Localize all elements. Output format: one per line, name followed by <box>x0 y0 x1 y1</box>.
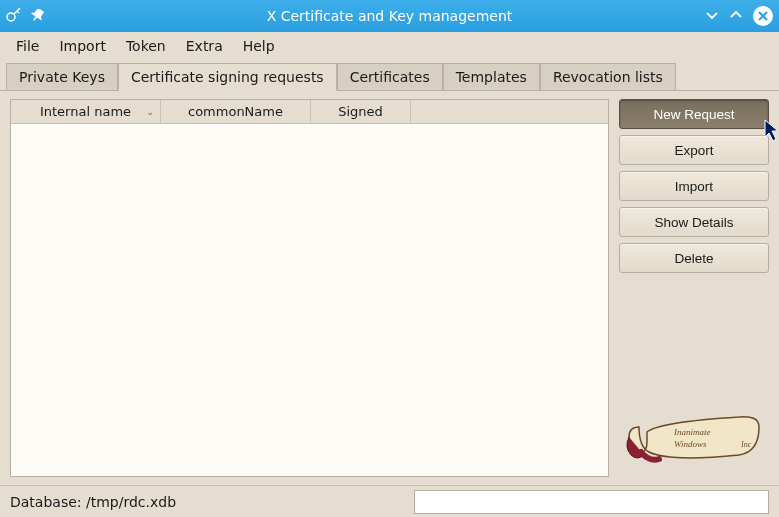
column-signed[interactable]: Signed <box>311 100 411 124</box>
svg-point-0 <box>7 13 15 21</box>
action-panel: New Request Export Import Show Details D… <box>619 99 769 477</box>
close-button[interactable] <box>753 6 773 26</box>
window-title: X Certificate and Key management <box>0 8 779 24</box>
window-titlebar: X Certificate and Key management <box>0 0 779 32</box>
tab-bar: Private Keys Certificate signing request… <box>0 62 779 90</box>
table-body[interactable] <box>11 124 608 476</box>
column-label: Internal name <box>40 104 131 119</box>
menu-file[interactable]: File <box>8 34 47 58</box>
app-icon <box>6 8 22 24</box>
column-internal-name[interactable]: Internal name ⌄ <box>11 100 161 124</box>
csr-table: Internal name ⌄ commonName Signed <box>10 99 609 477</box>
column-common-name[interactable]: commonName <box>161 100 311 124</box>
sort-indicator-icon: ⌄ <box>146 107 154 117</box>
new-request-button[interactable]: New Request <box>619 99 769 129</box>
import-button[interactable]: Import <box>619 171 769 201</box>
pin-icon[interactable] <box>30 8 46 24</box>
export-button[interactable]: Export <box>619 135 769 165</box>
svg-text:Windows: Windows <box>674 439 707 449</box>
minimize-button[interactable] <box>705 8 719 25</box>
svg-text:Inanimate: Inanimate <box>673 427 711 437</box>
xca-logo: Inanimate Windows Inc <box>619 397 769 467</box>
tab-private-keys[interactable]: Private Keys <box>6 63 118 91</box>
menu-bar: File Import Token Extra Help <box>0 32 779 60</box>
tab-revocation-lists[interactable]: Revocation lists <box>540 63 676 91</box>
menu-extra[interactable]: Extra <box>178 34 231 58</box>
column-label: commonName <box>188 104 283 119</box>
tab-templates[interactable]: Templates <box>443 63 540 91</box>
maximize-button[interactable] <box>729 8 743 25</box>
svg-text:Inc: Inc <box>740 440 752 449</box>
tab-csr[interactable]: Certificate signing requests <box>118 63 337 91</box>
table-header: Internal name ⌄ commonName Signed <box>11 100 608 124</box>
column-spacer <box>411 100 608 124</box>
delete-button[interactable]: Delete <box>619 243 769 273</box>
database-path-label: Database: /tmp/rdc.xdb <box>10 494 176 510</box>
menu-help[interactable]: Help <box>235 34 283 58</box>
column-label: Signed <box>338 104 383 119</box>
show-details-button[interactable]: Show Details <box>619 207 769 237</box>
tab-certificates[interactable]: Certificates <box>337 63 443 91</box>
search-input[interactable] <box>414 490 769 514</box>
menu-import[interactable]: Import <box>51 34 113 58</box>
tab-content: Internal name ⌄ commonName Signed New Re… <box>0 90 779 485</box>
menu-token[interactable]: Token <box>118 34 174 58</box>
status-bar: Database: /tmp/rdc.xdb <box>0 485 779 517</box>
